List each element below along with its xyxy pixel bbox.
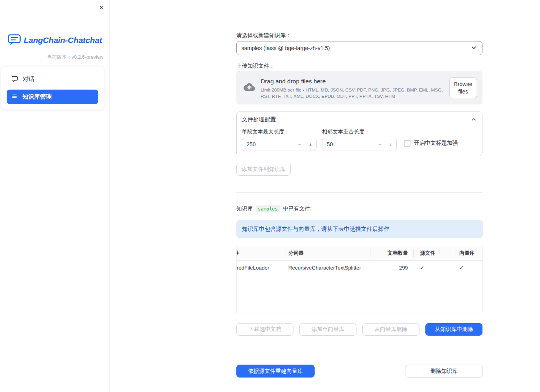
max-length-input[interactable]: 250 − + bbox=[242, 138, 317, 151]
cloud-upload-icon bbox=[242, 81, 256, 94]
increment-button[interactable]: + bbox=[305, 141, 316, 148]
sidebar-close-button[interactable]: ✕ bbox=[97, 3, 106, 12]
sidebar-item-dialogue[interactable]: 对话 bbox=[7, 72, 98, 86]
close-icon: ✕ bbox=[99, 4, 104, 11]
delete-from-kb-button[interactable]: 从知识库中删除 bbox=[425, 323, 482, 336]
max-length-value[interactable]: 250 bbox=[242, 141, 294, 147]
delete-kb-button[interactable]: 删除知识库 bbox=[405, 365, 483, 378]
overlap-length-label: 相邻文本重合长度： bbox=[322, 128, 370, 135]
kb-select-label: 请选择或新建知识库： bbox=[236, 32, 291, 39]
chat-logo-icon bbox=[8, 34, 21, 47]
app-title: LangChain-Chatchat bbox=[24, 36, 102, 45]
chevron-up-icon[interactable] bbox=[471, 116, 477, 124]
sidebar-item-label: 对话 bbox=[23, 76, 34, 83]
decrement-button[interactable]: − bbox=[374, 141, 385, 148]
sidebar-item-label: 知识库管理 bbox=[22, 93, 52, 101]
overlap-length-input[interactable]: 50 − + bbox=[322, 138, 397, 151]
file-config-expander: 文件处理配置 单段文本最大长度： 250 − + 相邻文本重合长度： 50 − … bbox=[236, 111, 482, 156]
zh-title-enhance-label: 开启中文标题加强 bbox=[414, 140, 458, 147]
table-row[interactable]: redFileLoader RecursiveCharacterTextSpli… bbox=[237, 261, 482, 275]
chevron-down-icon bbox=[470, 44, 477, 52]
download-selected-button[interactable]: 下载选中文档 bbox=[236, 323, 293, 336]
file-dropzone[interactable]: Drag and drop files here Limit 200MB per… bbox=[236, 71, 482, 104]
info-banner: 知识库中包含源文件与向量库，请从下表中选择文件后操作 bbox=[236, 220, 483, 238]
col-doc-count: 文档数量 bbox=[371, 246, 413, 260]
divider bbox=[236, 351, 482, 351]
upload-label: 上传知识文件： bbox=[236, 63, 275, 70]
kb-line-prefix: 知识库 bbox=[236, 205, 253, 212]
rebuild-vector-store-button[interactable]: 依据源文件重建向量库 bbox=[236, 365, 315, 378]
app: { "colors": { "primary": "#2b6ef6", "log… bbox=[0, 0, 540, 392]
list-icon bbox=[11, 93, 18, 101]
add-files-button[interactable]: 添加文件到知识库 bbox=[236, 163, 291, 176]
decrement-button[interactable]: − bbox=[294, 141, 305, 148]
kb-line-suffix: 中已有文件: bbox=[283, 205, 312, 212]
vector-check-icon: ✓ bbox=[453, 261, 482, 275]
expander-title[interactable]: 文件处理配置 bbox=[242, 116, 276, 123]
app-logo: LangChain-Chatchat bbox=[0, 34, 110, 47]
zh-title-enhance-row: 开启中文标题加强 bbox=[404, 140, 458, 147]
col-splitter: 分词器 bbox=[282, 246, 371, 260]
increment-button[interactable]: + bbox=[385, 141, 396, 148]
kb-files-table: 器 分词器 文档数量 源文件 向量库 redFileLoader Recursi… bbox=[236, 246, 483, 313]
delete-from-vector-button[interactable]: 从向量库删除 bbox=[362, 323, 419, 336]
source-check-icon: ✓ bbox=[413, 261, 453, 275]
zh-title-enhance-checkbox[interactable] bbox=[404, 140, 410, 147]
dropzone-limit-text: Limit 200MB per file • HTML, MD, JSON, C… bbox=[261, 87, 448, 99]
col-source-file: 源文件 bbox=[413, 246, 453, 260]
sidebar: ✕ LangChain-Chatchat 当前版本：v0.2.6-preview… bbox=[0, 0, 110, 392]
sidebar-menu: 对话 知识库管理 bbox=[1, 67, 104, 110]
kb-name-code: samples bbox=[256, 205, 280, 212]
version-label: 当前版本：v0.2.6-preview bbox=[47, 54, 103, 61]
browse-files-button[interactable]: Browse files bbox=[449, 77, 477, 98]
max-length-label: 单段文本最大长度： bbox=[242, 128, 290, 135]
add-to-vector-button[interactable]: 添加至向量库 bbox=[299, 323, 356, 336]
table-header: 器 分词器 文档数量 源文件 向量库 bbox=[237, 246, 482, 261]
kb-selected-value: samples (faiss @ bge-large-zh-v1.5) bbox=[241, 45, 470, 51]
dropzone-title: Drag and drop files here bbox=[261, 78, 326, 85]
col-loader: 器 bbox=[237, 246, 282, 260]
kb-selectbox[interactable]: samples (faiss @ bge-large-zh-v1.5) bbox=[236, 41, 482, 55]
overlap-length-value[interactable]: 50 bbox=[322, 141, 374, 147]
chat-bubble-icon bbox=[11, 76, 18, 83]
col-vector-store: 向量库 bbox=[453, 246, 482, 260]
kb-files-line: 知识库 samples 中已有文件: bbox=[236, 205, 311, 213]
sidebar-item-knowledge-base[interactable]: 知识库管理 bbox=[7, 90, 98, 104]
info-text: 知识库中包含源文件与向量库，请从下表中选择文件后操作 bbox=[242, 225, 389, 233]
divider bbox=[236, 192, 482, 193]
